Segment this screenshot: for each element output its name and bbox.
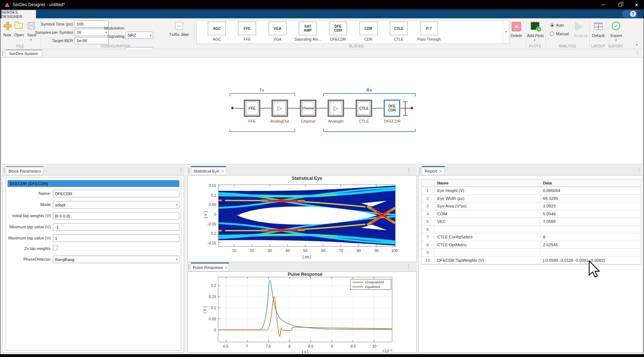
close-tab-icon[interactable]: × — [439, 169, 442, 173]
table-row[interactable]: 3 Eye Area (V*ps) 3.0823 — [421, 202, 641, 210]
wire — [234, 108, 244, 109]
analyze-button[interactable] — [575, 22, 583, 31]
gallery-expand-button[interactable]: ▾ — [503, 20, 509, 44]
block-abbr: P-T — [420, 22, 438, 35]
phase-detector-select[interactable]: BangBang▾ — [53, 256, 179, 263]
collapse-ribbon-button[interactable]: ▴ — [636, 42, 638, 46]
tab-statistical-eye[interactable]: Statistical Eye× — [191, 166, 226, 175]
radio-selected-icon — [550, 23, 554, 27]
target-ber-input[interactable]: 1e-06 — [74, 37, 109, 44]
table-row[interactable]: 2 Eye Width (ps) 69.3299 — [421, 195, 641, 203]
diagram-block-ffe[interactable]: FFE — [244, 100, 260, 117]
minimize-button[interactable] — [595, 0, 612, 9]
save-dropdown-caret[interactable]: ▾ — [30, 38, 32, 41]
open-button[interactable] — [15, 23, 23, 29]
help-icon: ? — [630, 11, 636, 17]
gallery-block-item[interactable]: CDR CDR — [353, 22, 384, 43]
delete-button[interactable]: ✕ — [512, 22, 521, 31]
close-button[interactable]: ✕ — [628, 0, 644, 9]
diagram-block-ctle[interactable]: CTLE — [356, 100, 372, 117]
table-row[interactable]: 4 COM 5.0949 — [421, 210, 641, 218]
row-data: 0.066064 — [540, 187, 641, 194]
play-icon: ▷ — [333, 106, 338, 110]
tab-pulse-response[interactable]: Pulse Response× — [191, 262, 229, 271]
close-tab-icon[interactable]: × — [221, 169, 224, 173]
export-caret[interactable]: ▾ — [615, 39, 617, 42]
add-plots-caret[interactable]: ▾ — [534, 39, 535, 42]
table-row[interactable]: 8 CTLE:OptMetric 2.62545 — [421, 241, 641, 249]
eye-panel-options-icon[interactable]: ⋮ — [407, 167, 411, 172]
gallery-block-item[interactable]: P-T Pass Through — [414, 22, 444, 43]
row-name: Eye Area (V*ps) — [434, 202, 540, 210]
gallery-block-item[interactable]: SAT AMP Saturating Am... — [293, 22, 323, 43]
tab-serdes-system[interactable]: SerDes System — [5, 50, 42, 57]
column-header-name[interactable]: Name — [434, 179, 540, 187]
default-layout-button[interactable] — [594, 23, 603, 30]
minimize-icon — [602, 5, 606, 5]
report-panel-options-icon[interactable]: ⋮ — [637, 167, 641, 172]
minimum-tap-value-input[interactable]: -1 — [53, 223, 179, 231]
drag-grip[interactable] — [188, 264, 189, 269]
jitter-button[interactable]: Jitter — [175, 22, 183, 30]
drag-grip[interactable] — [3, 168, 5, 173]
gallery-block-item[interactable]: VGA VGA — [262, 22, 293, 43]
manual-radio[interactable] — [550, 32, 554, 36]
export-label: Export — [607, 33, 625, 38]
2x-tap-weights-checkbox[interactable] — [53, 246, 58, 250]
auto-radio[interactable] — [550, 23, 554, 27]
diagram-block-channel[interactable]: Channel — [300, 100, 316, 117]
table-row[interactable]: 5 VEC 7.0569 — [421, 218, 641, 226]
block-parameters-options-icon[interactable]: ⋮ — [179, 167, 183, 172]
mouse-cursor — [589, 260, 601, 279]
close-tab-icon[interactable]: × — [225, 265, 227, 270]
restore-button[interactable] — [612, 0, 628, 9]
row-data: 5.0949 — [540, 210, 641, 218]
tab-serdes-designer[interactable]: SERDES DESIGNER — [1, 10, 36, 18]
gallery-block-item[interactable]: AGC AGC — [202, 22, 232, 43]
gallery-block-item[interactable]: DFE CDR DFECDR — [323, 22, 353, 43]
report-rows: 1 Eye Height (V) 0.066064 2 Eye Width (p… — [421, 187, 641, 264]
block-abbr: VGA — [269, 22, 287, 35]
name-input[interactable]: DFECDR — [53, 190, 179, 197]
table-row[interactable]: 6 — [421, 226, 641, 234]
block-abbr: SAT AMP — [299, 22, 317, 35]
column-header-data[interactable]: Data — [540, 179, 641, 187]
tab-block-parameters[interactable]: Block Parameters — [6, 166, 44, 175]
drag-grip[interactable] — [188, 168, 189, 173]
modulation-select[interactable]: NRZ▾ — [125, 32, 153, 39]
diagram-block-dfecdr-selected[interactable]: DFE CDR — [384, 100, 400, 117]
input-node-dot — [231, 107, 234, 109]
probe-center-tick — [402, 108, 408, 109]
drag-grip[interactable] — [2, 51, 3, 56]
help-button[interactable]: ? — [622, 10, 637, 18]
gallery-block-item[interactable]: FFE FFE — [232, 22, 262, 43]
add-plots-button[interactable] — [531, 22, 539, 30]
diagram-block-analogin[interactable]: ▷ — [328, 100, 344, 117]
wire — [372, 108, 384, 109]
drag-grip[interactable] — [419, 168, 421, 173]
tab-report[interactable]: Report× — [422, 166, 445, 175]
system-canvas[interactable] — [1, 57, 644, 164]
pulse-panel-options-icon[interactable]: ⋮ — [407, 264, 411, 269]
table-row[interactable]: 10 DFECDR:TapWeights (V) [-0.0509 -0.012… — [421, 257, 641, 265]
mode-select[interactable]: adapt▾ — [53, 201, 179, 209]
table-row[interactable]: 1 Eye Height (V) 0.066064 — [421, 187, 641, 195]
rx-bracket-bottom — [323, 129, 416, 132]
chevron-down-icon: ▾ — [505, 31, 507, 33]
export-button[interactable]: ✓ — [612, 22, 620, 30]
table-row[interactable]: 9 — [421, 249, 641, 257]
initial-tap-weights-input[interactable]: [0 0 0 0] — [53, 212, 179, 220]
modulation-label: Modulation — [101, 26, 124, 30]
block-abbr: DFE CDR — [329, 22, 347, 35]
blocks-gallery: AGC AGC FFE FFE VGA VGA SAT AMP Saturati… — [196, 20, 509, 44]
canvas-options-icon[interactable]: ⋮ — [635, 50, 640, 55]
gallery-block-item[interactable]: CTLE CTLE — [384, 22, 414, 43]
eye-diagram-image — [219, 185, 395, 246]
new-button[interactable] — [4, 22, 11, 29]
diagram-block-analogout[interactable]: ▷ — [271, 100, 288, 117]
add-plots-label: Add Plots — [525, 33, 546, 38]
pulse-x-scale: ×10⁻⁹ — [374, 349, 392, 353]
configuration-section-label: CONFIGURATION — [87, 44, 144, 48]
table-row[interactable]: 7 CTLE:ConfigSelect 8 — [421, 233, 641, 241]
maximum-tap-value-input[interactable]: 1 — [53, 234, 179, 242]
